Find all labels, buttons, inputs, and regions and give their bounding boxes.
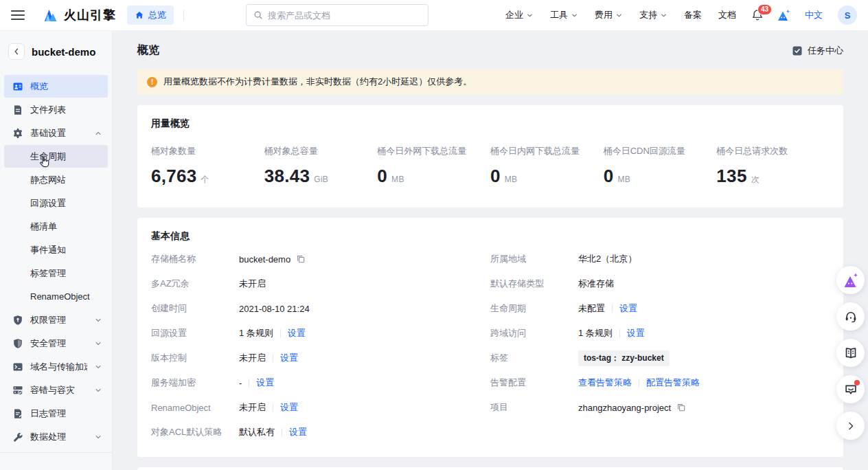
sidebar-subitem-RenameObject[interactable]: RenameObject — [4, 285, 108, 308]
ai-assistant-icon[interactable] — [776, 8, 791, 22]
overview-home-button[interactable]: 总览 — [127, 5, 174, 25]
documentation — [844, 346, 858, 360]
gear-icon — [12, 128, 23, 139]
info-label: 项目 — [490, 401, 578, 414]
stat-label: 桶今日CDN回源流量 — [604, 145, 717, 157]
info-label: 创建时间 — [151, 302, 239, 315]
info-label: 所属地域 — [490, 253, 578, 265]
feedback-button[interactable] — [836, 375, 865, 403]
sidebar-subitem-事件通知[interactable]: 事件通知 — [4, 238, 108, 261]
usage-stat: 桶今日内网下载总流量 0MB — [490, 145, 604, 187]
sidebar-subitem-静态网站[interactable]: 静态网站 — [4, 168, 108, 191]
usage-notice-banner: ! 用量概览数据不作为计费计量数据，非实时数据（约有2小时延迟）仅供参考。 — [137, 69, 843, 95]
notifications-button[interactable]: 43 — [751, 9, 764, 21]
info-row: 跨域访问1 条规则设置 — [490, 321, 830, 346]
link-divider — [612, 304, 613, 313]
info-value: 默认私有 — [239, 426, 275, 438]
info-label: 多AZ冗余 — [151, 278, 239, 290]
info-value: 未开启 — [239, 352, 266, 364]
stat-unit: MB — [617, 175, 630, 184]
copy-icon[interactable] — [296, 254, 306, 264]
link-divider — [639, 379, 639, 387]
sidebar-item-容错与容灾[interactable]: 容错与容灾 — [4, 379, 108, 401]
wrench-icon — [12, 432, 23, 443]
stat-label: 桶对象总容量 — [264, 145, 378, 157]
info-row: 对象ACL默认策略默认私有设置 — [151, 420, 490, 445]
sidebar-item-安全管理[interactable]: 安全管理 — [4, 332, 108, 355]
nav-item-企业[interactable]: 企业 — [505, 9, 534, 21]
collapse-panel-button[interactable] — [836, 412, 865, 440]
fault-tolerance-icon — [12, 385, 23, 396]
link-设置[interactable]: 设置 — [280, 401, 298, 414]
sidebar-item-数据处理[interactable]: 数据处理 — [4, 425, 108, 448]
stat-value: 38.43GiB — [264, 166, 378, 187]
sidebar-item-权限管理[interactable]: 权限管理 — [4, 309, 108, 331]
search-icon — [253, 10, 263, 20]
nav-item-费用[interactable]: 费用 — [595, 9, 623, 21]
sidebar-item-日志管理[interactable]: 日志管理 — [4, 402, 108, 425]
sidebar-subitem-生命周期[interactable]: 生命周期 — [4, 145, 108, 168]
volcengine-logo[interactable]: 火山引擎 — [43, 7, 116, 23]
file-list-icon — [12, 104, 23, 115]
info-row: RenameObject未开启设置 — [151, 395, 490, 420]
sidebar-item-基础设置[interactable]: 基础设置 — [4, 122, 108, 144]
nav-item-label: 支持 — [639, 9, 657, 21]
stat-unit: GiB — [314, 175, 328, 184]
customer-support-button[interactable] — [836, 302, 865, 331]
usage-card-title: 用量概览 — [151, 118, 830, 130]
global-search[interactable] — [246, 4, 429, 26]
header-nav: 企业工具费用支持备案文档 — [505, 9, 736, 21]
info-value: 标准存储 — [578, 278, 614, 290]
nav-item-文档[interactable]: 文档 — [718, 9, 736, 21]
stat-label: 桶今日内网下载总流量 — [490, 145, 604, 157]
bucket-name: bucket-demo — [32, 46, 95, 58]
sidebar-subitem-标签管理[interactable]: 标签管理 — [4, 262, 108, 284]
link-配置告警策略[interactable]: 配置告警策略 — [646, 377, 700, 389]
link-设置[interactable]: 设置 — [627, 327, 645, 339]
sidebar-subitem-label: RenameObject — [30, 291, 90, 302]
ai-assistant-button[interactable] — [836, 266, 865, 294]
search-input[interactable] — [268, 10, 421, 21]
copy-icon[interactable] — [676, 403, 686, 412]
documentation-button[interactable] — [836, 339, 865, 367]
stat-value: 0MB — [377, 166, 490, 187]
nav-item-label: 工具 — [550, 9, 568, 21]
language-switch[interactable]: 中文 — [805, 9, 823, 21]
info-label: 默认存储类型 — [490, 278, 578, 290]
link-设置[interactable]: 设置 — [619, 302, 637, 315]
back-button[interactable] — [8, 43, 25, 60]
overview-icon — [12, 81, 23, 92]
stat-unit: MB — [391, 175, 404, 184]
info-value: 未开启 — [239, 401, 266, 414]
permission-shield-icon — [12, 315, 23, 326]
link-设置[interactable]: 设置 — [280, 352, 298, 364]
sidebar-subitem-回源设置[interactable]: 回源设置 — [4, 192, 108, 214]
info-row: 创建时间2021-08-10 21:24 — [151, 296, 490, 321]
info-label: 服务端加密 — [151, 377, 239, 389]
info-label: 生命周期 — [490, 302, 578, 315]
nav-item-备案[interactable]: 备案 — [684, 9, 702, 21]
link-divider — [619, 329, 620, 337]
link-查看告警策略[interactable]: 查看告警策略 — [578, 377, 632, 389]
basic-info-left-column: 存储桶名称bucket-demo 多AZ冗余未开启 创建时间2021-08-10… — [151, 247, 490, 445]
task-center-button[interactable]: 任务中心 — [792, 45, 843, 57]
sidebar-item-概览[interactable]: 概览 — [4, 75, 108, 98]
link-设置[interactable]: 设置 — [288, 327, 306, 339]
hamburger-menu-icon[interactable] — [11, 10, 25, 20]
link-divider — [249, 379, 249, 387]
sidebar-item-文件列表[interactable]: 文件列表 — [4, 98, 108, 121]
info-value: 华北2（北京） — [578, 253, 637, 265]
sidebar-item-域名与传输加速[interactable]: 域名与传输加速 — [4, 355, 108, 378]
nav-item-支持[interactable]: 支持 — [639, 9, 667, 21]
sidebar-subitem-桶清单[interactable]: 桶清单 — [4, 215, 108, 238]
user-avatar[interactable]: S — [838, 5, 857, 25]
stat-label: 桶今日外网下载总流量 — [377, 145, 490, 157]
stat-value: 135次 — [716, 166, 830, 187]
sidebar-item-label: 文件列表 — [30, 104, 102, 116]
info-row: 回源设置1 条规则设置 — [151, 321, 490, 346]
nav-item-工具[interactable]: 工具 — [550, 9, 578, 21]
link-设置[interactable]: 设置 — [256, 377, 274, 389]
info-value: bucket-demo — [239, 254, 290, 265]
notice-text: 用量概览数据不作为计费计量数据，非实时数据（约有2小时延迟）仅供参考。 — [163, 76, 472, 88]
link-设置[interactable]: 设置 — [289, 426, 307, 438]
